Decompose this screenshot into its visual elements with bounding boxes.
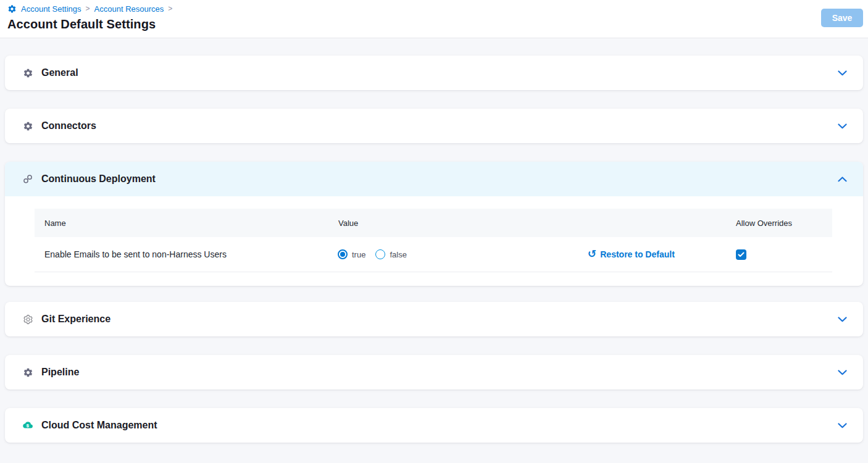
svg-text:$: $ <box>27 423 29 428</box>
gear-outline-icon <box>22 314 33 325</box>
section-git-experience: Git Experience <box>5 302 863 336</box>
chain-link-icon <box>22 173 33 185</box>
chevron-up-icon[interactable] <box>838 177 847 182</box>
restore-icon: ↺ <box>588 249 596 259</box>
chevron-down-icon[interactable] <box>838 423 847 428</box>
column-header-allow-overrides: Allow Overrides <box>726 219 832 228</box>
section-general: General <box>5 56 863 90</box>
save-button[interactable]: Save <box>821 9 863 27</box>
gear-icon <box>22 367 33 378</box>
settings-table: Name Value Allow Overrides Enable Emails… <box>35 209 832 272</box>
section-label: Cloud Cost Management <box>41 420 157 431</box>
page-title: Account Default Settings <box>7 17 863 31</box>
breadcrumb-separator: > <box>86 4 90 14</box>
section-cloud-cost-management-header[interactable]: $ Cloud Cost Management <box>5 408 863 443</box>
setting-row-enable-emails: Enable Emails to be sent to non-Harness … <box>35 237 832 272</box>
section-pipeline-header[interactable]: Pipeline <box>5 355 863 390</box>
breadcrumb-account-settings[interactable]: Account Settings <box>21 4 81 14</box>
radio-option-false[interactable]: false <box>375 249 406 259</box>
breadcrumb: Account Settings > Account Resources > <box>7 4 863 14</box>
chevron-down-icon[interactable] <box>838 70 847 76</box>
restore-to-default-link[interactable]: ↺ Restore to Default <box>588 249 726 259</box>
radio-true-selected[interactable] <box>338 249 348 259</box>
section-general-header[interactable]: General <box>5 56 863 90</box>
allow-overrides-cell <box>726 249 832 260</box>
setting-name: Enable Emails to be sent to non-Harness … <box>35 249 328 259</box>
section-continuous-deployment-header[interactable]: Continuous Deployment <box>5 162 863 196</box>
radio-option-true[interactable]: true <box>338 249 365 259</box>
section-continuous-deployment: Continuous Deployment Name Value Allow O… <box>5 162 863 286</box>
settings-gear-icon <box>7 4 17 14</box>
column-header-value: Value <box>328 219 588 228</box>
radio-false-label: false <box>390 250 406 259</box>
section-label: General <box>41 67 78 78</box>
chevron-down-icon[interactable] <box>838 123 847 129</box>
page-header: Account Settings > Account Resources > A… <box>0 0 868 38</box>
column-header-name: Name <box>35 219 328 228</box>
section-label: Continuous Deployment <box>41 173 156 185</box>
section-connectors: Connectors <box>5 109 863 143</box>
gear-icon <box>22 120 33 131</box>
chevron-down-icon[interactable] <box>838 317 847 322</box>
section-pipeline: Pipeline <box>5 355 863 390</box>
section-label: Git Experience <box>41 314 111 325</box>
breadcrumb-separator: > <box>168 4 172 14</box>
section-label: Pipeline <box>41 367 79 378</box>
section-connectors-header[interactable]: Connectors <box>5 109 863 143</box>
settings-table-header: Name Value Allow Overrides <box>35 209 832 237</box>
section-cloud-cost-management: $ Cloud Cost Management <box>5 408 863 443</box>
allow-overrides-checkbox-checked[interactable] <box>736 249 746 260</box>
radio-false-unselected[interactable] <box>375 249 385 259</box>
section-label: Connectors <box>41 120 96 131</box>
value-radio-group: true false <box>328 249 588 259</box>
restore-label: Restore to Default <box>600 249 675 259</box>
sections-list: General Connectors Continuous Deploy <box>0 38 868 443</box>
section-git-experience-header[interactable]: Git Experience <box>5 302 863 336</box>
gear-icon <box>22 67 33 78</box>
breadcrumb-account-resources[interactable]: Account Resources <box>94 4 164 14</box>
cloud-dollar-icon: $ <box>22 420 33 431</box>
chevron-down-icon[interactable] <box>838 370 847 375</box>
continuous-deployment-settings: Name Value Allow Overrides Enable Emails… <box>5 196 863 286</box>
radio-true-label: true <box>352 250 365 259</box>
